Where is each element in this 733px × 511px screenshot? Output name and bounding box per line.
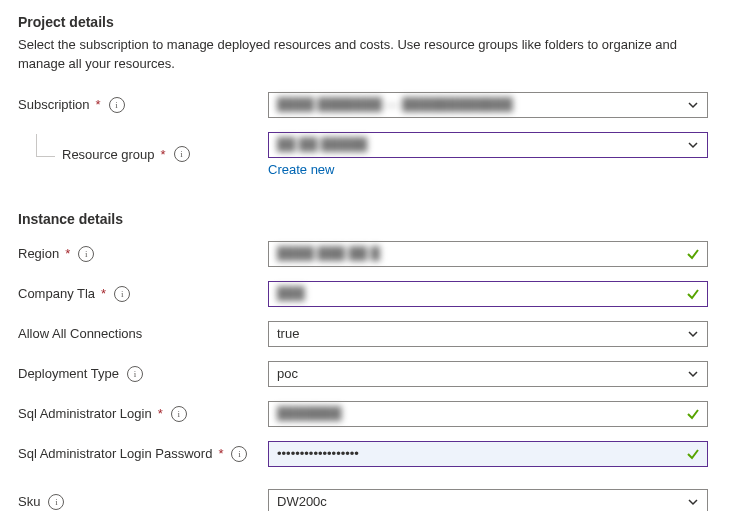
check-icon xyxy=(679,242,707,266)
sku-value: DW200c xyxy=(277,494,679,509)
company-tla-value: ███ xyxy=(277,286,679,301)
sql-admin-login-row: Sql Administrator Login * i ███████ xyxy=(18,401,715,427)
resource-group-row: Resource group * i ██ ██ █████ Create ne… xyxy=(18,132,715,177)
info-icon[interactable]: i xyxy=(171,406,187,422)
sql-admin-password-input[interactable]: •••••••••••••••••• xyxy=(268,441,708,467)
info-icon[interactable]: i xyxy=(114,286,130,302)
sql-admin-login-value: ███████ xyxy=(277,406,679,421)
sql-admin-login-input[interactable]: ███████ xyxy=(268,401,708,427)
region-label: Region xyxy=(18,246,59,261)
chevron-down-icon xyxy=(679,93,707,117)
resource-group-select[interactable]: ██ ██ █████ xyxy=(268,132,708,158)
deployment-type-select[interactable]: poc xyxy=(268,361,708,387)
resource-group-label: Resource group xyxy=(62,147,155,162)
info-icon[interactable]: i xyxy=(109,97,125,113)
required-asterisk: * xyxy=(161,147,166,162)
sku-select[interactable]: DW200c xyxy=(268,489,708,511)
chevron-down-icon xyxy=(679,490,707,511)
deployment-type-value: poc xyxy=(277,366,679,381)
company-tla-label: Company Tla xyxy=(18,286,95,301)
required-asterisk: * xyxy=(96,97,101,112)
project-details-heading: Project details xyxy=(18,14,715,30)
sql-admin-password-row: Sql Administrator Login Password * i •••… xyxy=(18,441,715,467)
chevron-down-icon xyxy=(679,322,707,346)
sku-row: Sku i DW200c xyxy=(18,489,715,511)
deployment-type-label: Deployment Type xyxy=(18,366,119,381)
sql-admin-login-label: Sql Administrator Login xyxy=(18,406,152,421)
info-icon[interactable]: i xyxy=(174,146,190,162)
region-select[interactable]: ████ ███ ██ █ xyxy=(268,241,708,267)
subscription-label: Subscription xyxy=(18,97,90,112)
create-new-link[interactable]: Create new xyxy=(268,162,334,177)
indent-connector xyxy=(36,134,55,157)
info-icon[interactable]: i xyxy=(78,246,94,262)
company-tla-row: Company Tla * i ███ xyxy=(18,281,715,307)
project-details-description: Select the subscription to manage deploy… xyxy=(18,36,715,74)
required-asterisk: * xyxy=(158,406,163,421)
subscription-select[interactable]: ████ ███████ — ████████████ xyxy=(268,92,708,118)
sql-admin-password-label: Sql Administrator Login Password xyxy=(18,446,212,461)
region-row: Region * i ████ ███ ██ █ xyxy=(18,241,715,267)
allow-all-value: true xyxy=(277,326,679,341)
resource-group-value: ██ ██ █████ xyxy=(277,137,679,152)
check-icon xyxy=(679,442,707,466)
subscription-row: Subscription * i ████ ███████ — ████████… xyxy=(18,92,715,118)
chevron-down-icon xyxy=(679,133,707,157)
info-icon[interactable]: i xyxy=(127,366,143,382)
allow-all-label: Allow All Connections xyxy=(18,326,142,341)
required-asterisk: * xyxy=(218,446,223,461)
sku-label: Sku xyxy=(18,494,40,509)
sql-admin-password-value: •••••••••••••••••• xyxy=(277,446,679,461)
check-icon xyxy=(679,402,707,426)
subscription-value: ████ ███████ — ████████████ xyxy=(277,97,679,112)
instance-details-heading: Instance details xyxy=(18,211,715,227)
allow-all-select[interactable]: true xyxy=(268,321,708,347)
chevron-down-icon xyxy=(679,362,707,386)
company-tla-input[interactable]: ███ xyxy=(268,281,708,307)
check-icon xyxy=(679,282,707,306)
info-icon[interactable]: i xyxy=(231,446,247,462)
required-asterisk: * xyxy=(65,246,70,261)
deployment-type-row: Deployment Type i poc xyxy=(18,361,715,387)
region-value: ████ ███ ██ █ xyxy=(277,246,679,261)
allow-all-row: Allow All Connections true xyxy=(18,321,715,347)
info-icon[interactable]: i xyxy=(48,494,64,510)
required-asterisk: * xyxy=(101,286,106,301)
